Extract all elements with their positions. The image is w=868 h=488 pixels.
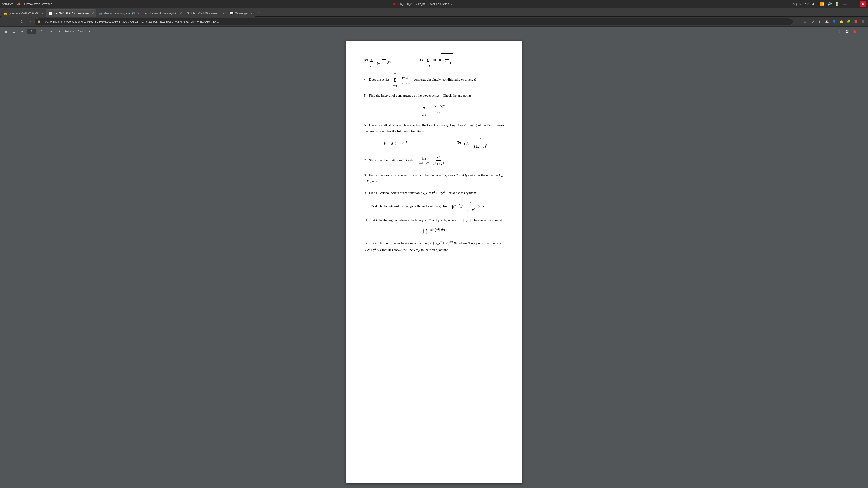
extensions-button[interactable]: ⋯ xyxy=(795,19,801,25)
pdf-zoom-dropdown[interactable]: ▾ xyxy=(86,28,92,35)
pdf-save-button[interactable]: 💾 xyxy=(844,28,850,35)
pdf-zoom-label: Automatic Zoom xyxy=(64,30,84,33)
problem-11: 11. Let D be the region between the line… xyxy=(364,217,504,235)
tab-label-inbox: Inbox (22,820) - amanro xyxy=(191,12,220,15)
problem-7-text: 7. Show that the limit does not exist li… xyxy=(364,158,445,162)
problem-6-text: 6. Use any method of your choice to find… xyxy=(364,122,504,134)
problem-5-series: ∞ Σ n=1 (2x − 5)n √n xyxy=(364,101,504,117)
tab-label-homework: Homework Help - Q&A f xyxy=(149,12,178,15)
maximize-button[interactable]: □ xyxy=(851,1,857,7)
close-button[interactable]: ✕ xyxy=(860,1,866,7)
problem-7: 7. Show that the limit does not exist li… xyxy=(364,154,504,167)
minimize-button[interactable]: — xyxy=(842,1,848,7)
problem-10-text: 10. Evaluate the integral by changing th… xyxy=(364,204,485,208)
notifications-icon[interactable]: 🔔 xyxy=(838,19,844,25)
partial-problem-top: (a) ∞ Σ n=1 1 (n6 + 1)1/2 (b) ∞ Σ xyxy=(364,52,504,68)
profile-icon[interactable]: 👤 xyxy=(831,19,837,25)
firefox-icon: 🦊 xyxy=(17,2,21,6)
pdf-addon-icon[interactable]: 📕 xyxy=(852,19,859,25)
refresh-button[interactable]: ↻ xyxy=(18,18,25,25)
tab-close-quizzes[interactable]: ✕ xyxy=(41,12,43,15)
tab-close-inbox[interactable]: ✕ xyxy=(222,12,225,15)
url-bar[interactable]: 🔒 https://online.mun.ca/content/enforced… xyxy=(34,18,793,25)
menu-button[interactable]: ☰ xyxy=(860,19,866,25)
tab-icon-meeting: 📹 xyxy=(98,11,102,15)
pdf-container[interactable]: (a) ∞ Σ n=1 1 (n6 + 1)1/2 (b) ∞ Σ xyxy=(0,36,868,488)
window-title: Fin_S20_AUG 12_m... - Mozilla Firefox xyxy=(398,2,449,6)
tab-messenger[interactable]: 💬 Messenger ✕ xyxy=(227,9,255,17)
tab-fin-s20[interactable]: 📄 Fin_S20_AUG 12_main class ✕ xyxy=(46,9,96,17)
pdf-print-button[interactable]: 🖨 xyxy=(836,28,842,35)
tab-label-messenger: Messenger xyxy=(235,12,248,15)
addon-icon[interactable]: 🧩 xyxy=(845,19,852,25)
problem-12-text: 12. Use polar coordinates to evaluate th… xyxy=(364,241,504,252)
tab-icon-messenger: 💬 xyxy=(230,11,234,15)
problem-9-text: 9. Find all critical points of the funct… xyxy=(364,191,477,195)
back-button[interactable]: ← xyxy=(2,18,9,25)
bookmarks-icon[interactable]: 📚 xyxy=(824,19,830,25)
tab-icon-quizzes: 🔒 xyxy=(3,11,7,15)
active-dot: ● xyxy=(451,3,452,5)
pdf-toolbar: ☰ ▲ ▼ 1 of 1 − + Automatic Zoom ▾ ⛶ 🖨 💾 … xyxy=(0,27,868,36)
shield-icon[interactable]: 🛡 xyxy=(809,19,815,25)
pdf-scroll-down[interactable]: ▼ xyxy=(19,28,25,35)
tab-icon-fin: 📄 xyxy=(49,11,53,15)
pdf-zoom-in[interactable]: + xyxy=(56,28,63,35)
tab-inbox[interactable]: ✉ Inbox (22,820) - amanro ✕ xyxy=(184,9,227,17)
problem-10: 10. Evaluate the integral by changing th… xyxy=(364,201,504,213)
pdf-sidebar-toggle[interactable]: ☰ xyxy=(3,28,9,35)
problem-6b: (b) g(x) = 1 (2x + 1)2 xyxy=(441,137,504,149)
problem-11-text: 11. Let D be the region between the line… xyxy=(364,217,504,223)
tab-close-homework[interactable]: ✕ xyxy=(180,12,182,15)
pdf-zoom-out[interactable]: − xyxy=(48,28,55,35)
tab-icon-homework: ★ xyxy=(145,11,147,15)
problem-11-integral: ∫ ∫D sin(x2) dA xyxy=(364,225,504,235)
problem-8: 8. Find all values of parameter a for wh… xyxy=(364,172,504,185)
new-tab-button[interactable]: + xyxy=(255,9,262,17)
pdf-more-button[interactable]: ⋯ xyxy=(859,28,865,35)
navbar: ← → ↻ ⌂ 🔒 https://online.mun.ca/content/… xyxy=(0,17,868,27)
tab-quizzes[interactable]: 🔒 Quizzes - MATH-2000-00 ✕ xyxy=(1,9,46,17)
pdf-scroll-up[interactable]: ▲ xyxy=(11,28,17,35)
problem-6a: (a) f(x) = xex/3 xyxy=(364,140,427,146)
pdf-content-area: (a) ∞ Σ n=1 1 (n6 + 1)1/2 (b) ∞ Σ xyxy=(0,36,868,488)
problem-12: 12. Use polar coordinates to evaluate th… xyxy=(364,240,504,253)
tab-close-meeting[interactable]: ✕ xyxy=(137,12,140,15)
recording-dot: ⏺ xyxy=(393,2,396,6)
bookmark-star-icon[interactable]: ☆ xyxy=(802,19,808,25)
tab-meeting[interactable]: 📹 Meeting is in progress 🔊 ✕ xyxy=(96,9,142,17)
home-button[interactable]: ⌂ xyxy=(26,18,33,25)
lock-icon: 🔒 xyxy=(37,20,41,23)
forward-button[interactable]: → xyxy=(10,18,17,25)
volume-icon: 🔊 xyxy=(827,2,832,6)
titlebar-right: Aug 12 12:13 PM 📶 🔊 🔋 — □ ✕ xyxy=(793,1,866,7)
tabbar: 🔒 Quizzes - MATH-2000-00 ✕ 📄 Fin_S20_AUG… xyxy=(0,8,868,17)
activities-menu[interactable]: Activities xyxy=(2,2,13,6)
url-text: https://online.mun.ca/content/enforced/3… xyxy=(42,20,790,23)
titlebar-center: ⏺ Fin_S20_AUG 12_m... - Mozilla Firefox … xyxy=(393,2,452,6)
browser-name[interactable]: Firefox Web Browser xyxy=(24,2,52,6)
pdf-page-input[interactable]: 1 xyxy=(27,29,36,34)
tab-close-messenger[interactable]: ✕ xyxy=(250,12,253,15)
pdf-toolbar-separator xyxy=(45,29,45,34)
pdf-toolbar-right: ⛶ 🖨 💾 🔖 ⋯ xyxy=(828,28,865,35)
pdf-fullscreen-button[interactable]: ⛶ xyxy=(828,28,835,35)
tab-label-meeting: Meeting is in progress xyxy=(103,12,130,15)
pdf-page: (a) ∞ Σ n=1 1 (n6 + 1)1/2 (b) ∞ Σ xyxy=(346,41,522,484)
problem-5: 5. Find the interval of convergence of t… xyxy=(364,93,504,117)
tab-close-fin[interactable]: ✕ xyxy=(92,12,94,15)
pdf-page-total: of 1 xyxy=(38,30,42,33)
problem-5-text: 5. Find the interval of convergence of t… xyxy=(364,93,504,98)
problem-6: 6. Use any method of your choice to find… xyxy=(364,122,504,149)
titlebar-left: Activities 🦊 Firefox Web Browser xyxy=(2,2,52,6)
pdf-bookmark-button[interactable]: 🔖 xyxy=(851,28,858,35)
problem-4-text: 4. Does the series ∞ Σ n=2 (−1)n n ln n … xyxy=(364,78,476,81)
tab-label-fin: Fin_S20_AUG 12_main class xyxy=(54,12,89,15)
tab-homework[interactable]: ★ Homework Help - Q&A f ✕ xyxy=(142,9,184,17)
download-icon[interactable]: ⬇ xyxy=(816,19,823,25)
problem-8-text: 8. Find all values of parameter a for wh… xyxy=(364,173,503,183)
tab-label-quizzes: Quizzes - MATH-2000-00 xyxy=(8,12,39,15)
problem-9: 9. Find all critical points of the funct… xyxy=(364,190,504,196)
problem-4: 4. Does the series ∞ Σ n=2 (−1)n n ln n … xyxy=(364,72,504,88)
titlebar: Activities 🦊 Firefox Web Browser ⏺ Fin_S… xyxy=(0,0,868,8)
